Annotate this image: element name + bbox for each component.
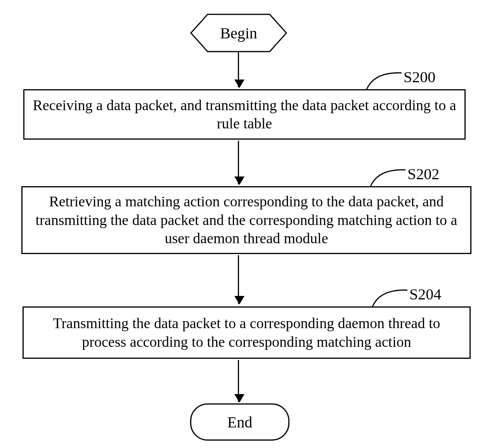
label-connector-s200 <box>365 70 404 91</box>
flowchart: Begin S200 S202 S204 Receiving a data pa… <box>0 0 499 448</box>
arrow-begin-to-s200 <box>238 52 239 87</box>
process-s200: Receiving a data packet, and transmittin… <box>23 89 466 140</box>
process-s202-text: Retrieving a matching action correspondi… <box>30 192 463 248</box>
end-label: End <box>227 413 252 431</box>
step-id-s202: S202 <box>407 165 439 183</box>
step-id-s204: S204 <box>409 285 441 303</box>
process-s202: Retrieving a matching action correspondi… <box>21 186 471 254</box>
label-connector-s202 <box>369 167 407 188</box>
arrow-s202-to-s204 <box>238 255 239 304</box>
process-s204-text: Transmitting the data packet to a corres… <box>31 314 462 351</box>
arrow-s204-to-end <box>238 360 239 402</box>
process-s200-text: Receiving a data packet, and transmittin… <box>32 96 457 133</box>
end-terminator: End <box>190 403 289 441</box>
begin-terminator: Begin <box>190 14 287 52</box>
label-connector-s204 <box>371 287 409 308</box>
arrow-s200-to-s202 <box>238 141 239 184</box>
step-id-s200: S200 <box>404 68 435 86</box>
process-s204: Transmitting the data packet to a corres… <box>23 306 471 359</box>
begin-label: Begin <box>190 14 287 52</box>
